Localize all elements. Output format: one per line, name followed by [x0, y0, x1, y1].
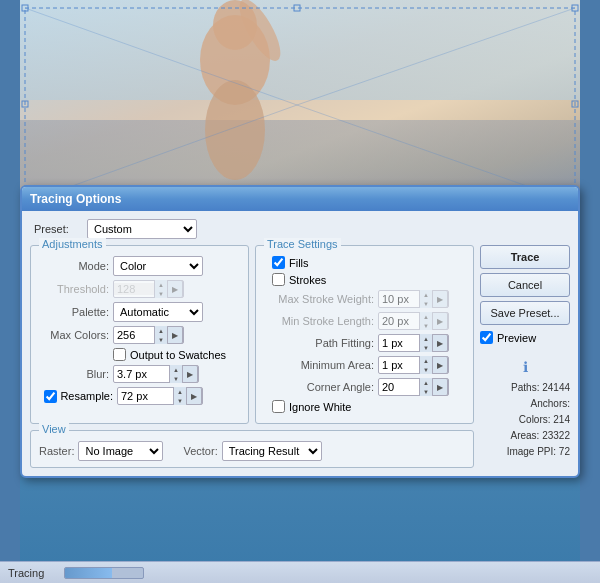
- threshold-arrow: ▶: [167, 280, 183, 298]
- dialog-title: Tracing Options: [30, 192, 121, 206]
- strokes-row: Strokes: [272, 273, 465, 286]
- max-stroke-weight-row: Max Stroke Weight: ▲ ▼ ▶: [264, 290, 465, 308]
- min-stroke-length-label: Min Stroke Length:: [264, 315, 374, 327]
- blur-label: Blur:: [39, 368, 109, 380]
- tracing-options-dialog: Tracing Options Preset: Custom Default H…: [20, 185, 580, 478]
- preview-row: Preview: [480, 331, 570, 344]
- strokes-checkbox[interactable]: [272, 273, 285, 286]
- ignore-white-checkbox[interactable]: [272, 400, 285, 413]
- info-icon: ℹ: [480, 356, 570, 378]
- save-preset-button[interactable]: Save Preset...: [480, 301, 570, 325]
- resample-spin-down[interactable]: ▼: [174, 396, 186, 405]
- output-swatches-label[interactable]: Output to Swatches: [130, 349, 226, 361]
- threshold-label: Threshold:: [39, 283, 109, 295]
- minimum-area-input[interactable]: [379, 359, 419, 371]
- blur-spin-up[interactable]: ▲: [170, 365, 182, 374]
- mode-select[interactable]: Color Grayscale Black and White: [113, 256, 203, 276]
- colors-info: Colors: 214: [480, 412, 570, 428]
- min-stroke-length-spin-up: ▲: [420, 312, 432, 321]
- vector-label: Vector:: [183, 445, 217, 457]
- preview-label[interactable]: Preview: [497, 332, 536, 344]
- trace-button[interactable]: Trace: [480, 245, 570, 269]
- output-swatches-checkbox[interactable]: [113, 348, 126, 361]
- threshold-spin-up: ▲: [155, 280, 167, 289]
- path-fitting-arrow[interactable]: ▶: [432, 334, 448, 352]
- resample-row: Resample: ▲ ▼ ▶: [39, 387, 240, 405]
- strokes-label[interactable]: Strokes: [289, 274, 326, 286]
- adjustments-panel: Adjustments Mode: Color Grayscale Black …: [30, 245, 249, 424]
- raster-label: Raster:: [39, 445, 74, 457]
- corner-angle-spin-down[interactable]: ▼: [420, 387, 432, 396]
- resample-checkbox[interactable]: [44, 390, 57, 403]
- palette-row: Palette: Automatic Limited Full Tone: [39, 302, 240, 322]
- image-ppi-info: Image PPI: 72: [480, 444, 570, 460]
- blur-input[interactable]: [114, 368, 169, 380]
- resample-input[interactable]: [118, 390, 173, 402]
- areas-info: Areas: 23322: [480, 428, 570, 444]
- status-progress-bar-container: [64, 567, 144, 579]
- max-stroke-weight-label: Max Stroke Weight:: [264, 293, 374, 305]
- path-fitting-input[interactable]: [379, 337, 419, 349]
- status-tracing: Tracing: [8, 567, 44, 579]
- ignore-white-label[interactable]: Ignore White: [289, 401, 351, 413]
- preset-label: Preset:: [34, 223, 79, 235]
- corner-angle-row: Corner Angle: ▲ ▼ ▶: [264, 378, 465, 396]
- blur-spin-down[interactable]: ▼: [170, 374, 182, 383]
- maxcolors-input[interactable]: [114, 329, 154, 341]
- view-panel: View Raster: No Image Original Image Pre…: [30, 430, 474, 468]
- palette-label: Palette:: [39, 306, 109, 318]
- mode-row: Mode: Color Grayscale Black and White: [39, 256, 240, 276]
- resample-label[interactable]: Resample:: [60, 390, 113, 402]
- min-stroke-length-spin-down: ▼: [420, 321, 432, 330]
- palette-select[interactable]: Automatic Limited Full Tone: [113, 302, 203, 322]
- fills-label[interactable]: Fills: [289, 257, 309, 269]
- status-progress-bar: [65, 568, 112, 578]
- vector-select[interactable]: Tracing Result Outlines No Image: [222, 441, 322, 461]
- adjustments-title: Adjustments: [39, 238, 106, 250]
- max-stroke-weight-arrow: ▶: [432, 290, 448, 308]
- corner-angle-input[interactable]: [379, 381, 419, 393]
- view-row: Raster: No Image Original Image Preproce…: [39, 441, 465, 461]
- threshold-row: Threshold: ▲ ▼ ▶: [39, 280, 240, 298]
- raster-select[interactable]: No Image Original Image Preprocessed Ima…: [78, 441, 163, 461]
- minimum-area-arrow[interactable]: ▶: [432, 356, 448, 374]
- ignore-white-row: Ignore White: [272, 400, 465, 413]
- minimum-area-spin-up[interactable]: ▲: [420, 356, 432, 365]
- path-fitting-spin-down[interactable]: ▼: [420, 343, 432, 352]
- min-stroke-length-arrow: ▶: [432, 312, 448, 330]
- anchors-info: Anchors:: [480, 396, 570, 412]
- preset-select[interactable]: Custom Default High Fidelity Photo: [87, 219, 197, 239]
- status-tracing-label: Tracing: [8, 567, 44, 579]
- corner-angle-spin-up[interactable]: ▲: [420, 378, 432, 387]
- threshold-spin-down: ▼: [155, 289, 167, 298]
- right-buttons: Trace Cancel Save Preset... Preview ℹ Pa…: [480, 245, 570, 468]
- maxcolors-label: Max Colors:: [39, 329, 109, 341]
- svg-line-14: [297, 8, 575, 105]
- min-stroke-length-input: [379, 315, 419, 327]
- status-bar: Tracing: [0, 561, 600, 583]
- cancel-button[interactable]: Cancel: [480, 273, 570, 297]
- fills-checkbox[interactable]: [272, 256, 285, 269]
- background-left: [0, 0, 20, 583]
- background-right: [580, 0, 600, 583]
- corner-angle-label: Corner Angle:: [264, 381, 374, 393]
- main-content: Adjustments Mode: Color Grayscale Black …: [30, 245, 570, 468]
- paths-info: Paths: 24144: [480, 380, 570, 396]
- max-stroke-weight-spin-down: ▼: [420, 299, 432, 308]
- resample-arrow[interactable]: ▶: [186, 387, 202, 405]
- path-fitting-spin-up[interactable]: ▲: [420, 334, 432, 343]
- minimum-area-spin-down[interactable]: ▼: [420, 365, 432, 374]
- preview-checkbox[interactable]: [480, 331, 493, 344]
- maxcolors-spin-up[interactable]: ▲: [155, 326, 167, 335]
- blur-row: Blur: ▲ ▼ ▶: [39, 365, 240, 383]
- maxcolors-spin-down[interactable]: ▼: [155, 335, 167, 344]
- panels-row: Adjustments Mode: Color Grayscale Black …: [30, 245, 474, 424]
- view-title: View: [39, 423, 69, 435]
- corner-angle-arrow[interactable]: ▶: [432, 378, 448, 396]
- resample-spin-up[interactable]: ▲: [174, 387, 186, 396]
- minimum-area-row: Minimum Area: ▲ ▼ ▶: [264, 356, 465, 374]
- maxcolors-arrow[interactable]: ▶: [167, 326, 183, 344]
- blur-arrow[interactable]: ▶: [182, 365, 198, 383]
- path-fitting-label: Path Fitting:: [264, 337, 374, 349]
- dialog-titlebar: Tracing Options: [22, 187, 578, 211]
